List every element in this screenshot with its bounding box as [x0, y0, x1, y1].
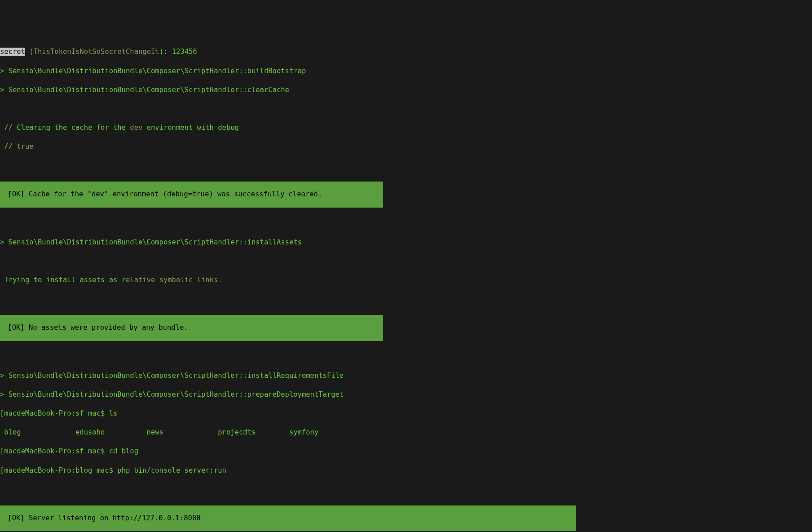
script-line: > Sensio\Bundle\DistributionBundle\Compo…: [0, 66, 812, 76]
script-line: > Sensio\Bundle\DistributionBundle\Compo…: [0, 371, 812, 381]
prompt-line-secret: secret (ThisTokenIsNotSoSecretChangeIt):…: [0, 47, 812, 57]
blank-line: [0, 485, 812, 494]
script-line: > Sensio\Bundle\DistributionBundle\Compo…: [0, 238, 812, 247]
script-line: > Sensio\Bundle\DistributionBundle\Compo…: [0, 85, 812, 95]
blank-line: [0, 257, 812, 266]
comment-line: // Clearing the cache for the dev enviro…: [0, 123, 812, 133]
shell-prompt: [macdeMacBook-Pro:blog mac$ php bin/cons…: [0, 466, 812, 475]
ok-banner-cache: [OK] Cache for the "dev" environment (de…: [0, 182, 383, 207]
shell-prompt: [macdeMacBook-Pro:sf mac$ ls: [0, 409, 812, 418]
secret-value: 123456: [172, 48, 197, 56]
shell-prompt: [macdeMacBook-Pro:sf mac$ cd blog: [0, 447, 812, 456]
blank-line: [0, 352, 812, 362]
blank-line: [0, 161, 812, 170]
blank-line: [0, 104, 812, 114]
comment-line: // true: [0, 142, 812, 151]
shell-cmd: cd blog: [109, 447, 138, 455]
ls-output: blog edusoho news projecdts symfony: [0, 428, 812, 437]
terminal-output[interactable]: secret (ThisTokenIsNotSoSecretChangeIt):…: [0, 38, 812, 532]
info-line: Trying to install assets as relative sym…: [0, 275, 812, 285]
blank-line: [0, 294, 812, 304]
token-placeholder: ThisTokenIsNotSoSecretChangeIt: [34, 48, 159, 56]
selected-text: secret: [0, 48, 25, 56]
shell-cmd: ls: [109, 409, 118, 417]
shell-cmd: php bin/console server:run: [117, 466, 226, 474]
script-line: > Sensio\Bundle\DistributionBundle\Compo…: [0, 390, 812, 399]
ok-banner-server: [OK] Server listening on http://127.0.0.…: [0, 505, 576, 531]
ok-banner-assets: [OK] No assets were provided by any bund…: [0, 315, 383, 341]
blank-line: [0, 219, 812, 228]
